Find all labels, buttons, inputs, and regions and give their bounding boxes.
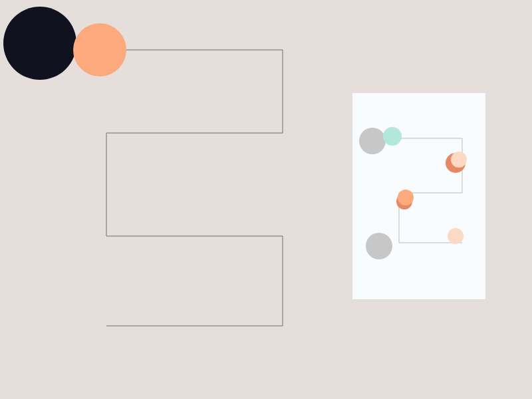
panel-connector-path: [0, 0, 532, 399]
panel-peach-node-2: [398, 190, 414, 205]
panel-gray-node-2: [366, 233, 392, 259]
panel-mint-node: [383, 127, 402, 146]
panel-peach-node-3: [448, 228, 464, 244]
panel-peach-node-1: [451, 152, 467, 168]
panel-gray-node-1: [359, 128, 386, 154]
